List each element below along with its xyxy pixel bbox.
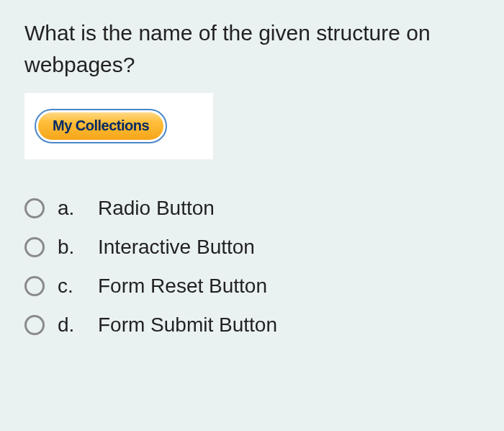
question-text: What is the name of the given structure … — [24, 17, 480, 80]
option-text: Form Submit Button — [98, 314, 277, 337]
option-letter: a. — [58, 197, 85, 220]
example-button: My Collections — [35, 109, 167, 143]
option-b[interactable]: b. Interactive Button — [24, 236, 480, 259]
option-a[interactable]: a. Radio Button — [24, 197, 480, 220]
option-c[interactable]: c. Form Reset Button — [24, 275, 480, 298]
radio-icon[interactable] — [24, 276, 45, 296]
example-image-block: My Collections — [24, 93, 213, 159]
option-letter: c. — [58, 275, 85, 298]
option-letter: b. — [58, 236, 85, 259]
radio-icon[interactable] — [24, 198, 45, 218]
radio-icon[interactable] — [24, 315, 45, 335]
option-letter: d. — [58, 314, 85, 337]
option-d[interactable]: d. Form Submit Button — [24, 314, 480, 337]
options-list: a. Radio Button b. Interactive Button c.… — [24, 197, 480, 337]
option-text: Interactive Button — [98, 236, 255, 259]
example-button-inner: My Collections — [38, 112, 163, 140]
radio-icon[interactable] — [24, 237, 45, 257]
example-button-label: My Collections — [53, 117, 149, 133]
option-text: Radio Button — [98, 197, 215, 220]
option-text: Form Reset Button — [98, 275, 267, 298]
